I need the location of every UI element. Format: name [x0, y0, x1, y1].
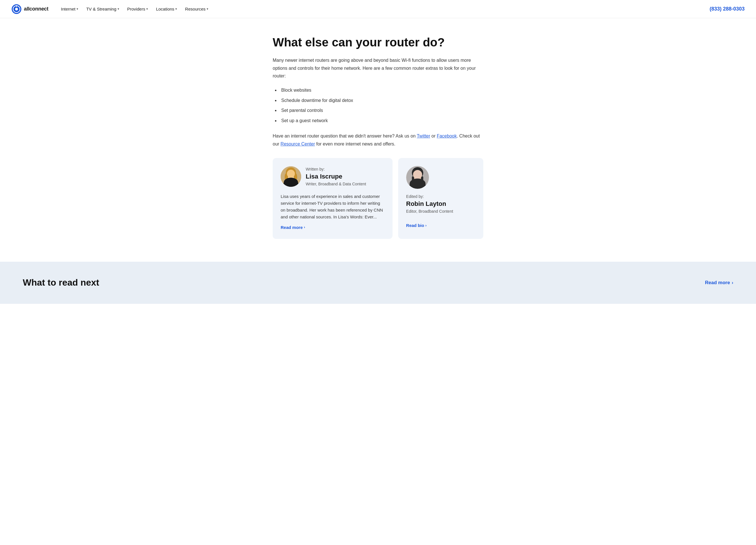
logo-text: allconnect: [24, 5, 48, 13]
chevron-down-icon: ▾: [175, 7, 177, 12]
list-item: Schedule downtime for digital detox: [280, 97, 483, 104]
svg-rect-19: [421, 176, 423, 183]
phone-number[interactable]: (833) 288-0303: [710, 5, 745, 13]
feature-list: Block websites Schedule downtime for dig…: [273, 87, 483, 124]
article-heading: What else can your router do?: [273, 35, 483, 50]
footer-text-mid: or: [430, 133, 437, 138]
footer-paragraph: Have an internet router question that we…: [273, 132, 483, 147]
author-card-written-by: Written by: Lisa Iscrupe Writer, Broadba…: [273, 158, 393, 239]
read-more-label: Read more: [281, 224, 303, 231]
list-item: Block websites: [280, 87, 483, 94]
editor-meta: Edited by: Robin Layton Editor, Broadban…: [406, 193, 475, 215]
read-more-link[interactable]: Read more ›: [281, 224, 305, 231]
nav-internet-label: Internet: [61, 6, 75, 13]
edited-by-label: Edited by:: [406, 193, 475, 199]
svg-rect-18: [412, 176, 414, 183]
intro-paragraph: Many newer internet routers are going ab…: [273, 56, 483, 80]
bottom-read-more-link[interactable]: Read more ›: [705, 279, 733, 287]
bottom-section: What to read next Read more ›: [0, 262, 756, 304]
twitter-link[interactable]: Twitter: [417, 133, 430, 138]
author-cards: Written by: Lisa Iscrupe Writer, Broadba…: [273, 158, 483, 239]
chevron-right-icon: ›: [425, 223, 426, 229]
chevron-right-icon: ›: [732, 279, 733, 287]
svg-point-9: [285, 173, 288, 181]
nav-item-locations[interactable]: Locations ▾: [153, 3, 180, 15]
nav-item-resources[interactable]: Resources ▾: [182, 3, 212, 15]
nav-tv-label: TV & Streaming: [86, 6, 116, 13]
navigation: allconnect Internet ▾ TV & Streaming ▾ P…: [0, 0, 756, 18]
author-bio: Lisa uses years of experience in sales a…: [281, 193, 385, 220]
facebook-link[interactable]: Facebook: [437, 133, 457, 138]
footer-text-end: for even more internet news and offers.: [315, 141, 396, 146]
resource-center-link[interactable]: Resource Center: [281, 141, 315, 146]
author-name: Lisa Iscrupe: [306, 173, 366, 180]
svg-point-17: [410, 182, 426, 189]
list-item: Set parental controls: [280, 107, 483, 114]
main-content: What else can your router do? Many newer…: [261, 18, 495, 262]
svg-point-2: [15, 8, 18, 11]
read-bio-link[interactable]: Read bio ›: [406, 222, 427, 229]
author-meta: Written by: Lisa Iscrupe Writer, Broadba…: [306, 166, 366, 187]
logo[interactable]: allconnect: [11, 4, 48, 14]
nav-locations-label: Locations: [156, 6, 174, 13]
nav-left: allconnect Internet ▾ TV & Streaming ▾ P…: [11, 3, 212, 15]
read-bio-label: Read bio: [406, 222, 424, 229]
nav-links: Internet ▾ TV & Streaming ▾ Providers ▾ …: [57, 3, 212, 15]
nav-item-providers[interactable]: Providers ▾: [124, 3, 151, 15]
svg-rect-3: [16, 5, 17, 7]
author-card-edited-by: Edited by: Robin Layton Editor, Broadban…: [398, 158, 483, 239]
author-avatar-lisa: [281, 166, 301, 187]
nav-item-internet[interactable]: Internet ▾: [57, 3, 82, 15]
bottom-read-more-label: Read more: [705, 279, 730, 287]
chevron-right-icon: ›: [304, 224, 305, 230]
svg-point-14: [413, 172, 422, 182]
nav-resources-label: Resources: [185, 6, 206, 13]
author-title: Writer, Broadband & Data Content: [306, 181, 366, 187]
allconnect-logo-icon: [11, 4, 22, 14]
chevron-down-icon: ▾: [77, 7, 78, 12]
svg-rect-8: [283, 182, 298, 187]
svg-point-10: [294, 173, 297, 181]
chevron-down-icon: ▾: [207, 7, 208, 12]
list-item: Set up a guest network: [280, 117, 483, 124]
author-avatar-robin: [406, 166, 429, 189]
editor-name: Robin Layton: [406, 200, 475, 207]
footer-text-prefix: Have an internet router question that we…: [273, 133, 417, 138]
svg-point-7: [287, 171, 295, 180]
author-header: Written by: Lisa Iscrupe Writer, Broadba…: [281, 166, 385, 187]
what-to-read-title: What to read next: [23, 276, 99, 290]
nav-providers-label: Providers: [127, 6, 145, 13]
editor-title: Editor, Broadband Content: [406, 208, 475, 214]
chevron-down-icon: ▾: [118, 7, 119, 12]
robin-avatar-svg: [406, 166, 429, 189]
chevron-down-icon: ▾: [146, 7, 148, 12]
written-by-label: Written by:: [306, 166, 366, 172]
lisa-avatar-svg: [281, 166, 301, 187]
nav-item-tv[interactable]: TV & Streaming ▾: [83, 3, 123, 15]
